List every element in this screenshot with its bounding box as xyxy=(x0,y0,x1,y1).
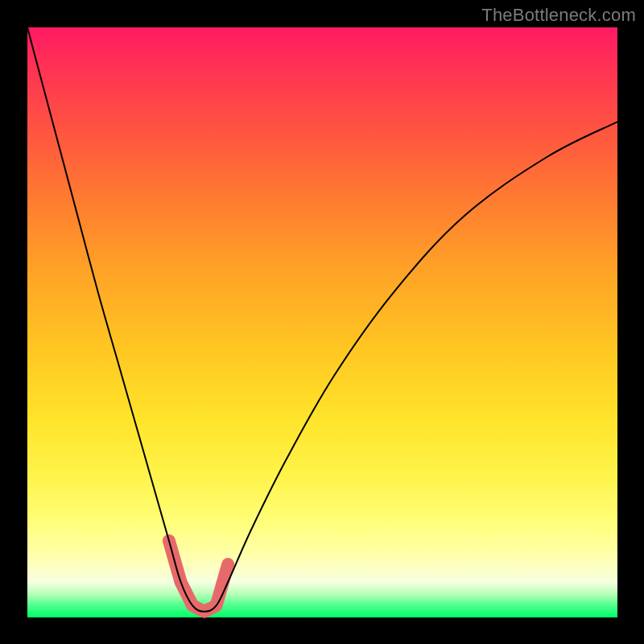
watermark-text: TheBottleneck.com xyxy=(481,5,636,26)
plot-area xyxy=(27,27,617,617)
bottleneck-curve xyxy=(27,27,617,612)
chart-svg xyxy=(27,27,617,617)
chart-frame: TheBottleneck.com xyxy=(0,0,644,644)
